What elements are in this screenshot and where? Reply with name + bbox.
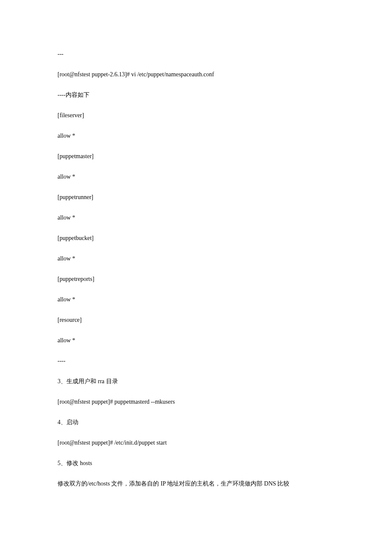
text-line: [puppetbucket] bbox=[58, 235, 334, 241]
text-line: allow * bbox=[58, 174, 334, 180]
text-line: 5、修改 hosts bbox=[58, 460, 334, 466]
text-line: 4、启动 bbox=[58, 419, 334, 425]
text-line: [puppetmaster] bbox=[58, 153, 334, 159]
text-line: [puppetrunner] bbox=[58, 194, 334, 200]
text-line: [root@nfstest puppet]# puppetmasterd --m… bbox=[58, 399, 334, 405]
text-line: allow * bbox=[58, 215, 334, 221]
text-line: allow * bbox=[58, 338, 334, 344]
text-line: ----内容如下 bbox=[58, 92, 334, 98]
document-page: --- [root@nfstest puppet-2.6.13]# vi /et… bbox=[0, 0, 392, 527]
text-line: 3、生成用户和 rra 目录 bbox=[58, 379, 334, 384]
text-line: [root@nfstest puppet]# /etc/init.d/puppe… bbox=[58, 440, 334, 446]
text-line: [resource] bbox=[58, 317, 334, 323]
text-line: allow * bbox=[58, 297, 334, 303]
text-line: ---- bbox=[58, 358, 334, 364]
text-line: [fileserver] bbox=[58, 113, 334, 119]
text-line: --- bbox=[58, 51, 334, 57]
text-line: allow * bbox=[58, 256, 334, 262]
text-line: 修改双方的/etc/hosts 文件，添加各自的 IP 地址对应的主机名，生产环… bbox=[58, 481, 334, 487]
text-line: [puppetreports] bbox=[58, 276, 334, 282]
text-line: allow * bbox=[58, 133, 334, 139]
text-line: [root@nfstest puppet-2.6.13]# vi /etc/pu… bbox=[58, 72, 334, 78]
